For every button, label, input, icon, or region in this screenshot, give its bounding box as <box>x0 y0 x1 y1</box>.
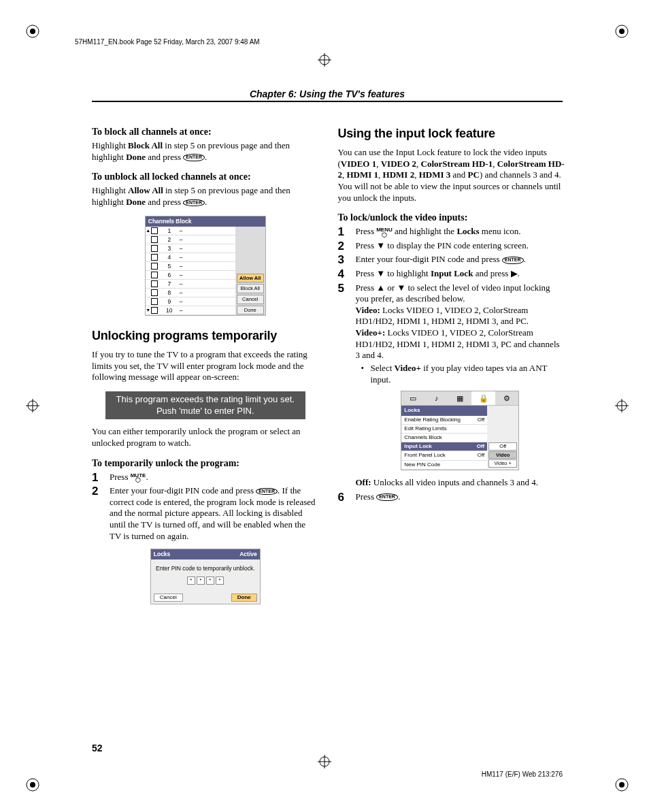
menu-item-edit-limits[interactable]: Edit Rating Limits <box>401 425 487 434</box>
tab-audio-icon[interactable]: ♪ <box>425 391 448 405</box>
steps-temp-unlock: Press MUTE◯. Enter your four-digit PIN c… <box>92 472 319 542</box>
svg-point-5 <box>30 782 35 787</box>
page: 57HM117_EN.book Page 52 Friday, March 23… <box>0 0 649 812</box>
locks-pin-msg: Enter PIN code to temporarily unblock. <box>154 565 257 572</box>
enter-icon: ENTER <box>376 493 398 500</box>
svg-point-7 <box>619 782 625 787</box>
step-5: Press ▲ or ▼ to select the level of vide… <box>338 282 565 489</box>
enter-icon: ENTER <box>502 257 524 263</box>
footer-right: HM117 (E/F) Web 213:276 <box>482 770 563 778</box>
locks-menu-figure: ▭ ♪ ▦ 🔒 ⚙ Locks Enable Rating BlockingOf… <box>401 391 519 470</box>
chapter-rule <box>92 101 563 102</box>
tab-picture-icon[interactable]: ▭ <box>401 391 425 405</box>
off-description: Off: Unlocks all video inputs and channe… <box>356 477 565 489</box>
content-columns: To block all channels at once: Highlight… <box>92 126 565 607</box>
pin-entry[interactable]: **** <box>154 576 257 585</box>
heading-temp-unlock: To temporarily unlock the program: <box>92 457 319 470</box>
rating-limit-message: This program exceeds the rating limit yo… <box>105 391 305 419</box>
steps-lock-inputs: Press MENU◯ and highlight the Locks menu… <box>338 226 565 502</box>
menu-icon: MENU◯ <box>376 227 393 236</box>
svg-point-1 <box>30 29 35 34</box>
step-2: Enter your four-digit PIN code and press… <box>92 485 319 542</box>
page-number: 52 <box>92 743 103 753</box>
svg-point-3 <box>619 29 625 34</box>
allow-all-button[interactable]: Allow All <box>237 274 264 283</box>
heading-unblock-all: To unblock all locked channels at once: <box>92 171 319 183</box>
registration-mark-icon <box>615 778 629 792</box>
para-block-all: Highlight Block All in step 5 on previou… <box>92 140 319 163</box>
crosshair-icon <box>318 53 331 67</box>
menu-item-rating-blocking[interactable]: Enable Rating BlockingOff <box>401 416 487 425</box>
done-button[interactable]: Done <box>237 306 264 315</box>
enter-icon: ENTER <box>183 199 205 206</box>
tab-locks-icon[interactable]: 🔒 <box>471 391 495 405</box>
tab-settings-icon[interactable]: ⚙ <box>495 391 518 405</box>
menu-item-input-lock[interactable]: Input LockOff <box>401 442 487 451</box>
locks-pin-title: Locks <box>154 551 171 558</box>
block-all-button[interactable]: Block All <box>237 284 264 293</box>
pin-cancel-button[interactable]: Cancel <box>154 594 183 602</box>
left-column: To block all channels at once: Highlight… <box>92 126 319 607</box>
menu-tabs: ▭ ♪ ▦ 🔒 ⚙ <box>401 391 518 406</box>
step-6: Press ENTER. <box>338 491 565 503</box>
step-2: Press ▼ to display the PIN code entering… <box>338 240 565 252</box>
mute-icon: MUTE◯ <box>131 473 146 482</box>
channels-block-title: Channels Block <box>146 216 265 227</box>
step-4: Press ▼ to highlight Input Lock and pres… <box>338 268 565 280</box>
channels-block-figure: Channels Block ▲1– 2– 3– 4– 5– 6– 7– 8– … <box>145 216 266 316</box>
step-1: Press MUTE◯. <box>92 472 319 483</box>
pin-done-button[interactable]: Done <box>231 594 257 602</box>
step-1: Press MENU◯ and highlight the Locks menu… <box>338 226 565 238</box>
menu-item-channels-block[interactable]: Channels Block <box>401 434 487 442</box>
para-input-intro: You can use the Input Lock feature to lo… <box>338 147 565 204</box>
menu-item-front-panel[interactable]: Front Panel LockOff <box>401 451 487 460</box>
locks-pin-state: Active <box>239 551 257 558</box>
enter-icon: ENTER <box>183 154 205 161</box>
cancel-button[interactable]: Cancel <box>237 295 264 304</box>
header-print-line: 57HM117_EN.book Page 52 Friday, March 23… <box>75 38 260 46</box>
tab-setup-icon[interactable]: ▦ <box>448 391 471 405</box>
locks-menu-title: Locks <box>401 406 487 415</box>
crosshair-icon <box>26 399 39 412</box>
para-unblock-all: Highlight Allow All in step 5 on previou… <box>92 185 319 208</box>
registration-mark-icon <box>26 778 39 792</box>
enter-icon: ENTER <box>256 488 278 495</box>
input-lock-opt-videoplus[interactable]: Video + <box>488 459 517 468</box>
section-heading-unlock: Unlocking programs temporarily <box>92 328 319 344</box>
section-heading-input-lock: Using the input lock feature <box>338 126 565 142</box>
para-unlock-intro: If you try to tune the TV to a program t… <box>92 349 319 383</box>
registration-mark-icon <box>26 25 39 38</box>
input-lock-opt-off[interactable]: Off <box>488 442 517 451</box>
chapter-title: Chapter 6: Using the TV's features <box>92 88 563 99</box>
crosshair-icon <box>615 399 629 412</box>
heading-block-all: To block all channels at once: <box>92 126 319 138</box>
right-column: Using the input lock feature You can use… <box>338 126 565 607</box>
locks-pin-figure: Locks Active Enter PIN code to temporari… <box>150 549 261 604</box>
heading-lock-inputs: To lock/unlock the video inputs: <box>338 212 565 224</box>
input-lock-opt-video[interactable]: Video <box>488 451 517 459</box>
para-unlock-after: You can either temporarily unlock the pr… <box>92 426 319 449</box>
video-plus-bullet: Select Video+ if you play video tapes vi… <box>361 363 565 385</box>
crosshair-icon <box>318 755 331 768</box>
registration-mark-icon <box>615 25 629 38</box>
step-3: Enter your four-digit PIN code and press… <box>338 254 565 265</box>
menu-item-new-pin[interactable]: New PIN Code <box>401 461 487 470</box>
